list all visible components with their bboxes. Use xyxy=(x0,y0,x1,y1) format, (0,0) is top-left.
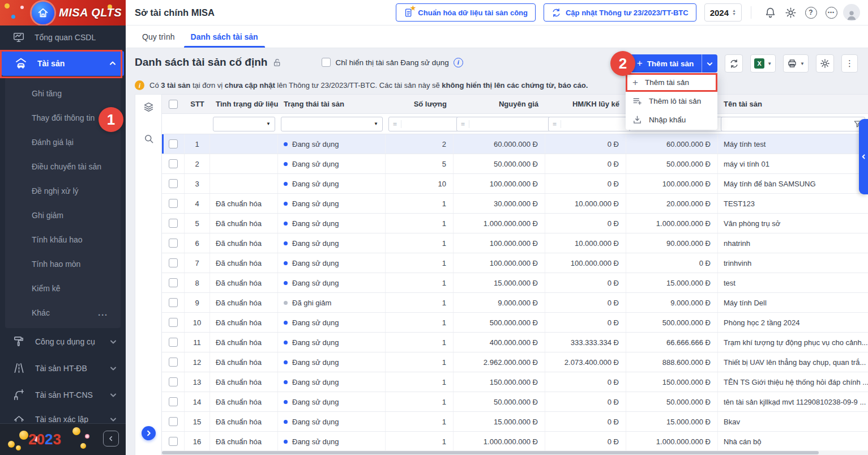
row-checkbox[interactable] xyxy=(169,298,178,307)
column-header-cost[interactable]: Nguyên giá xyxy=(454,95,545,113)
row-checkbox[interactable] xyxy=(169,377,178,386)
table-row[interactable]: 9 Đã chuẩn hóa Đã ghi giảm 1 9.000.000 Đ… xyxy=(162,293,868,313)
settings-button[interactable] xyxy=(782,4,799,21)
help-button[interactable]: ? xyxy=(802,4,819,21)
table-row[interactable]: 3 Đang sử dụng 10 100.000.000 Đ 0 Đ 100.… xyxy=(162,174,868,194)
table-row[interactable]: 5 Đã chuẩn hóa Đang sử dụng 1 1.000.000.… xyxy=(162,214,868,233)
print-button[interactable]: ▼ xyxy=(783,54,809,73)
search-button[interactable] xyxy=(135,126,162,151)
cell-accum: 0 Đ xyxy=(545,372,626,392)
standardize-data-button[interactable]: ★ Chuẩn hóa dữ liệu tài sản công xyxy=(396,3,536,22)
update-circular-button[interactable]: Cập nhật Thông tư 23/2023/TT-BTC xyxy=(544,3,696,22)
filter-name-input[interactable] xyxy=(721,117,850,131)
year-selector[interactable]: 2024 ▲▼ xyxy=(704,3,742,22)
row-checkbox[interactable] xyxy=(169,437,178,446)
table-row[interactable]: 7 Đã chuẩn hóa Đang sử dụng 1 100.000.00… xyxy=(162,253,868,273)
column-header-data-status[interactable]: Tình trạng dữ liệu xyxy=(210,95,278,113)
row-checkbox[interactable] xyxy=(169,258,178,267)
table-row[interactable]: 13 Đã chuẩn hóa Đang sử dụng 1 150.000.0… xyxy=(162,372,868,392)
row-checkbox[interactable] xyxy=(169,199,178,208)
row-checkbox[interactable] xyxy=(169,278,178,287)
add-asset-dropdown-toggle[interactable] xyxy=(702,54,717,73)
menu-item-nhap-khau[interactable]: Nhập khẩu xyxy=(626,110,717,129)
filter-data-status-select[interactable]: ▼ xyxy=(213,117,275,131)
sidebar-collapse-button[interactable] xyxy=(103,431,119,447)
refresh-button[interactable] xyxy=(725,54,743,73)
submenu-item[interactable]: Kiểm kê xyxy=(5,276,121,300)
sidebar-item-tong-quan-csdl[interactable]: Tổng quan CSDL xyxy=(0,25,126,49)
row-checkbox[interactable] xyxy=(169,358,178,367)
submenu-item[interactable]: Tính hao mòn xyxy=(5,252,121,276)
table-row[interactable]: 8 Đã chuẩn hóa Đang sử dụng 1 15.000.000… xyxy=(162,273,868,293)
year-spinner-icon[interactable]: ▲▼ xyxy=(732,9,736,16)
submenu-item[interactable]: Đề nghị xử lý xyxy=(5,178,121,203)
annotation-badge-1: 1 xyxy=(99,107,123,132)
table-row[interactable]: 14 Đã chuẩn hóa Đang sử dụng 1 50.000.00… xyxy=(162,392,868,412)
more-button[interactable]: ⋯ xyxy=(823,4,840,21)
right-panel-toggle[interactable] xyxy=(859,119,868,194)
column-header-name[interactable]: Tên tài sản xyxy=(718,95,868,113)
row-checkbox[interactable] xyxy=(169,417,178,426)
tab-danh-sach-tai-san[interactable]: Danh sách tài sản xyxy=(183,25,266,48)
cell-stt: 12 xyxy=(185,352,210,372)
row-checkbox[interactable] xyxy=(169,159,178,168)
menu-item-them-tai-san[interactable]: + Thêm tài sản xyxy=(626,73,717,92)
equals-operator[interactable]: = xyxy=(389,120,401,128)
column-header-asset-status[interactable]: Trạng thái tài sản xyxy=(278,95,386,113)
submenu-item[interactable]: Tính khấu hao xyxy=(5,227,121,252)
row-checkbox[interactable] xyxy=(169,318,178,327)
sidebar-item-cong-cu-dung-cu[interactable]: Công cụ dụng cụ xyxy=(0,328,126,355)
account-button[interactable] xyxy=(843,4,860,21)
expand-panel-button[interactable] xyxy=(142,426,156,440)
table-settings-button[interactable] xyxy=(816,54,834,73)
cell-qty: 1 xyxy=(386,352,454,372)
column-header-accum[interactable]: HM/KH lũy kế xyxy=(545,95,626,113)
equals-operator[interactable]: = xyxy=(457,120,469,128)
status-text: Đang sử dụng xyxy=(292,358,339,367)
submenu-item[interactable]: Đánh giá lại xyxy=(5,130,121,154)
table-row[interactable]: 16 Đã chuẩn hóa Đang sử dụng 1 1.000.000… xyxy=(162,432,868,452)
menu-item-them-lo-tai-san[interactable]: Thêm lô tài sản xyxy=(626,92,717,110)
notifications-button[interactable] xyxy=(762,4,779,21)
info-icon[interactable]: i xyxy=(454,58,463,67)
horizontal-scrollbar[interactable] xyxy=(162,450,868,455)
scrollbar-thumb[interactable] xyxy=(162,451,819,454)
table-row[interactable]: 10 Đã chuẩn hóa Đang sử dụng 1 500.000.0… xyxy=(162,313,868,333)
table-row[interactable]: 4 Đã chuẩn hóa Đang sử dụng 1 30.000.000… xyxy=(162,194,868,214)
submenu-item[interactable]: Điều chuyển tài sản xyxy=(5,154,121,178)
submenu-item[interactable]: Ghi giảm xyxy=(5,203,121,227)
table-row[interactable]: 2 Đang sử dụng 5 50.000.000 Đ 0 Đ 50.000… xyxy=(162,154,868,174)
row-checkbox[interactable] xyxy=(169,219,178,228)
table-row[interactable]: 11 Đã chuẩn hóa Đang sử dụng 1 400.000.0… xyxy=(162,333,868,352)
cell-cost: 100.000.000 Đ xyxy=(454,253,545,273)
brand-name: MISA QLTS xyxy=(59,6,122,19)
only-active-checkbox[interactable] xyxy=(322,58,331,67)
table-row[interactable]: 1 Đang sử dụng 2 60.000.000 Đ 0 Đ 60.000… xyxy=(162,134,868,154)
table-row[interactable]: 15 Đã chuẩn hóa Đang sử dụng 1 15.000.00… xyxy=(162,412,868,432)
row-checkbox[interactable] xyxy=(169,179,178,188)
select-all-checkbox[interactable] xyxy=(169,100,178,109)
filter-asset-status-select[interactable]: ▼ xyxy=(281,117,383,131)
cell-residual: 20.000.000 Đ xyxy=(626,194,718,213)
submenu-item[interactable]: Ghi tăng xyxy=(5,81,121,105)
submenu-item[interactable]: Khác ... xyxy=(5,300,121,325)
table-row[interactable]: 12 Đã chuẩn hóa Đang sử dụng 1 2.962.000… xyxy=(162,352,868,372)
row-checkbox[interactable] xyxy=(169,239,178,248)
sidebar-item-tai-san[interactable]: Tài sản xyxy=(2,51,124,76)
equals-operator[interactable]: = xyxy=(549,120,561,128)
column-header-stt[interactable]: STT xyxy=(185,95,210,113)
sidebar-item-tai-san-ht-cns[interactable]: Tài sản HT-CNS xyxy=(0,381,126,408)
layers-button[interactable] xyxy=(135,95,162,120)
column-header-qty[interactable]: Số lượng xyxy=(386,95,454,113)
cell-asset-status: Đang sử dụng xyxy=(278,333,386,352)
tab-quy-trinh[interactable]: Quy trình xyxy=(134,25,183,48)
row-checkbox[interactable] xyxy=(169,139,178,148)
export-excel-button[interactable]: X ▼ xyxy=(750,54,776,73)
more-options-button[interactable]: ⋮ xyxy=(841,54,858,73)
row-checkbox[interactable] xyxy=(169,338,178,347)
sidebar-item-tai-san-ht-db[interactable]: Tài sản HT-ĐB xyxy=(0,355,126,381)
cell-data-status: Đã chuẩn hóa xyxy=(210,273,278,292)
table-row[interactable]: 6 Đã chuẩn hóa Đang sử dụng 1 100.000.00… xyxy=(162,233,868,253)
row-checkbox[interactable] xyxy=(169,397,178,406)
add-asset-button[interactable]: + Thêm tài sản xyxy=(629,54,702,73)
